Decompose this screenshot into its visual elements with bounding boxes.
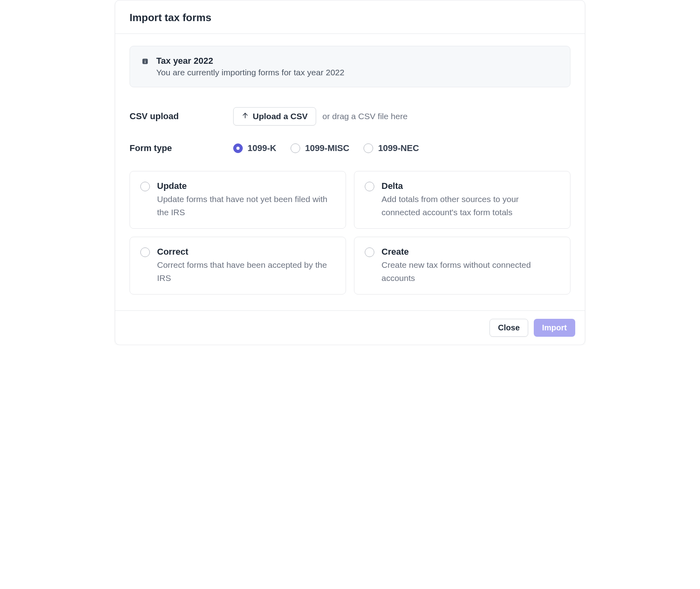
upload-csv-button[interactable]: Upload a CSV (233, 107, 316, 126)
form-type-option-1099-misc[interactable]: 1099-MISC (291, 143, 349, 153)
banner-content: Tax year 2022 You are currently importin… (156, 56, 344, 77)
mode-title: Update (157, 181, 335, 191)
mode-desc: Create new tax forms without connected a… (381, 259, 560, 285)
mode-option-delta[interactable]: Delta Add totals from other sources to y… (354, 171, 570, 229)
mode-desc: Add totals from other sources to your co… (381, 193, 560, 219)
mode-title: Create (381, 247, 560, 257)
import-tax-forms-modal: Import tax forms Tax year 2022 You are c… (115, 0, 585, 345)
mode-desc: Update forms that have not yet been file… (157, 193, 335, 219)
modal-footer: Close Import (115, 310, 585, 345)
mode-content: Delta Add totals from other sources to y… (381, 181, 560, 219)
mode-option-update[interactable]: Update Update forms that have not yet be… (130, 171, 346, 229)
csv-upload-row: CSV upload Upload a CSV or drag a CSV fi… (130, 107, 570, 126)
radio-label: 1099-K (248, 143, 276, 153)
csv-upload-label: CSV upload (130, 111, 233, 122)
mode-option-correct[interactable]: Correct Correct forms that have been acc… (130, 237, 346, 294)
form-type-radio-group: 1099-K 1099-MISC 1099-NEC (233, 143, 419, 153)
modal-header: Import tax forms (115, 0, 585, 34)
import-mode-grid: Update Update forms that have not yet be… (130, 171, 570, 294)
close-button[interactable]: Close (490, 319, 528, 337)
mode-title: Correct (157, 247, 335, 257)
csv-upload-controls: Upload a CSV or drag a CSV file here (233, 107, 407, 126)
drag-hint: or drag a CSV file here (322, 112, 408, 121)
import-button[interactable]: Import (534, 319, 575, 337)
modal-body: Tax year 2022 You are currently importin… (115, 34, 585, 310)
form-type-option-1099-nec[interactable]: 1099-NEC (364, 143, 419, 153)
form-type-label: Form type (130, 143, 233, 153)
mode-title: Delta (381, 181, 560, 191)
radio-icon (233, 143, 243, 153)
radio-label: 1099-MISC (305, 143, 349, 153)
mode-content: Correct Correct forms that have been acc… (157, 247, 335, 285)
radio-icon (140, 247, 150, 257)
svg-rect-2 (145, 61, 146, 63)
tax-year-banner: Tax year 2022 You are currently importin… (130, 46, 570, 87)
banner-title: Tax year 2022 (156, 56, 344, 66)
radio-icon (140, 182, 150, 191)
modal-title: Import tax forms (130, 12, 570, 24)
form-type-option-1099-k[interactable]: 1099-K (233, 143, 276, 153)
info-icon (141, 57, 149, 65)
mode-content: Create Create new tax forms without conn… (381, 247, 560, 285)
radio-icon (364, 143, 373, 153)
svg-rect-1 (145, 60, 146, 61)
radio-icon (365, 182, 374, 191)
form-type-row: Form type 1099-K 1099-MISC 1099-NEC (130, 143, 570, 153)
banner-description: You are currently importing forms for ta… (156, 68, 344, 77)
radio-icon (365, 247, 374, 257)
upload-csv-label: Upload a CSV (253, 112, 308, 121)
mode-desc: Correct forms that have been accepted by… (157, 259, 335, 285)
radio-icon (291, 143, 300, 153)
mode-content: Update Update forms that have not yet be… (157, 181, 335, 219)
mode-option-create[interactable]: Create Create new tax forms without conn… (354, 237, 570, 294)
radio-label: 1099-NEC (378, 143, 419, 153)
upload-icon (242, 112, 249, 121)
